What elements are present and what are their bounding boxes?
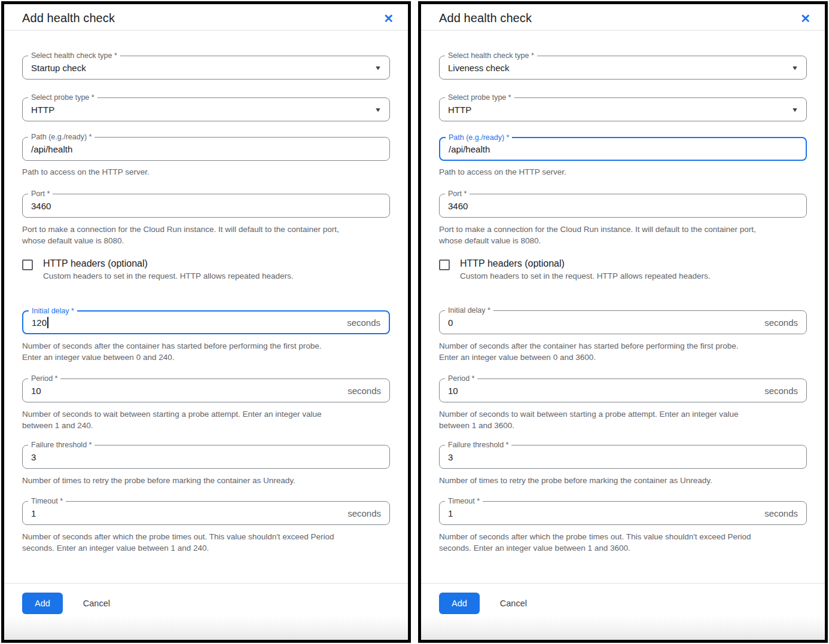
dialog-bottom-shade <box>4 616 408 640</box>
field-label: Period * <box>445 374 477 383</box>
dialog-header: Add health check ✕ <box>4 4 408 30</box>
field-value: 3 <box>31 452 36 462</box>
field-label: Initial delay * <box>445 306 493 315</box>
initial-delay-input[interactable]: Initial delay * 120 seconds <box>22 310 390 334</box>
add-health-check-dialog-liveness: Add health check ✕ Select health check t… <box>418 1 828 643</box>
port-helper-text: Port to make a connection for the Cloud … <box>22 224 390 246</box>
period-input[interactable]: Period * 10 seconds <box>439 379 807 402</box>
initial-delay-helper-text: Number of seconds after the container ha… <box>439 340 807 363</box>
http-headers-text: HTTP headers (optional) Custom headers t… <box>460 258 710 282</box>
port-input[interactable]: Port * 3460 <box>439 194 807 218</box>
http-headers-label[interactable]: HTTP headers (optional) <box>43 258 293 269</box>
http-headers-label[interactable]: HTTP headers (optional) <box>460 258 710 269</box>
chevron-down-icon[interactable]: ▼ <box>374 65 382 71</box>
chevron-down-icon[interactable]: ▼ <box>374 106 382 113</box>
seconds-suffix: seconds <box>348 386 381 396</box>
http-headers-description: Custom headers to set in the request. HT… <box>43 271 293 282</box>
field-value: 1 <box>448 508 453 518</box>
seconds-suffix: seconds <box>347 318 380 328</box>
dialog-title: Add health check <box>439 11 532 25</box>
failure-threshold-helper-text: Number of times to retry the probe befor… <box>22 475 390 486</box>
seconds-suffix: seconds <box>764 386 798 396</box>
field-value: 10 <box>448 386 458 396</box>
text-cursor <box>47 317 48 328</box>
dialog-bottom-shade <box>421 616 825 640</box>
field-label: Select probe type * <box>28 93 97 102</box>
timeout-input[interactable]: Timeout * 1 seconds <box>22 501 390 525</box>
field-value: 120 <box>32 318 47 328</box>
dialog-footer: Add Cancel <box>421 583 825 616</box>
dialog-footer: Add Cancel <box>4 583 408 616</box>
close-icon[interactable]: ✕ <box>382 11 395 26</box>
field-value: Startup check <box>31 63 86 73</box>
cancel-button[interactable]: Cancel <box>500 599 527 608</box>
add-health-check-dialog-startup: Add health check ✕ Select health check t… <box>1 1 411 643</box>
http-headers-text: HTTP headers (optional) Custom headers t… <box>43 258 293 282</box>
http-headers-checkbox[interactable] <box>439 260 450 270</box>
chevron-down-icon[interactable]: ▼ <box>791 106 798 113</box>
path-helper-text: Path to access on the HTTP server. <box>439 166 807 178</box>
chevron-down-icon[interactable]: ▼ <box>791 65 798 71</box>
health-check-type-select[interactable]: Select health check type * Liveness chec… <box>439 56 807 80</box>
probe-type-select[interactable]: Select probe type * HTTP ▼ <box>439 97 807 121</box>
field-label: Port * <box>28 189 53 199</box>
http-headers-description: Custom headers to set in the request. HT… <box>460 271 710 282</box>
field-label: Select health check type * <box>28 51 120 60</box>
field-label: Failure threshold * <box>445 440 511 450</box>
field-value: HTTP <box>448 105 471 115</box>
timeout-helper-text: Number of seconds after which the probe … <box>439 531 807 554</box>
field-value: 1 <box>31 508 36 518</box>
failure-threshold-input[interactable]: Failure threshold * 3 <box>22 445 390 469</box>
dialog-body: Select health check type * Liveness chec… <box>421 30 825 583</box>
path-input[interactable]: Path (e.g./ready) * /api/health <box>22 137 390 161</box>
dialog-body: Select health check type * Startup check… <box>4 30 408 583</box>
failure-threshold-helper-text: Number of times to retry the probe befor… <box>439 475 807 486</box>
field-value: /api/health <box>31 144 72 154</box>
period-helper-text: Number of seconds to wait between starti… <box>439 408 807 431</box>
port-input[interactable]: Port * 3460 <box>22 194 390 218</box>
port-helper-text: Port to make a connection for the Cloud … <box>439 224 807 246</box>
http-headers-row: HTTP headers (optional) Custom headers t… <box>439 258 807 282</box>
path-helper-text: Path to access on the HTTP server. <box>22 166 390 178</box>
cancel-button[interactable]: Cancel <box>83 599 110 608</box>
health-check-type-select[interactable]: Select health check type * Startup check… <box>22 56 390 80</box>
field-label: Timeout * <box>28 496 66 506</box>
field-label: Port * <box>445 189 470 199</box>
field-label: Path (e.g./ready) * <box>28 132 95 142</box>
field-label: Path (e.g./ready) * <box>446 133 512 142</box>
period-input[interactable]: Period * 10 seconds <box>22 379 390 402</box>
seconds-suffix: seconds <box>348 508 381 518</box>
seconds-suffix: seconds <box>764 508 798 518</box>
timeout-input[interactable]: Timeout * 1 seconds <box>439 501 807 525</box>
field-label: Period * <box>28 374 60 383</box>
probe-type-select[interactable]: Select probe type * HTTP ▼ <box>22 97 390 121</box>
add-button[interactable]: Add <box>22 593 63 614</box>
field-value: HTTP <box>31 105 54 115</box>
initial-delay-helper-text: Number of seconds after the container ha… <box>22 340 390 363</box>
add-button[interactable]: Add <box>439 593 480 614</box>
field-value: 3460 <box>31 201 51 211</box>
field-value: 3460 <box>448 201 468 211</box>
seconds-suffix: seconds <box>764 318 798 328</box>
failure-threshold-input[interactable]: Failure threshold * 3 <box>439 445 807 469</box>
field-value: 0 <box>448 318 453 328</box>
dialog-header: Add health check ✕ <box>421 4 825 30</box>
field-label: Failure threshold * <box>28 440 95 450</box>
field-label: Select health check type * <box>445 51 537 60</box>
field-label: Select probe type * <box>445 93 514 102</box>
field-value: 10 <box>31 386 41 396</box>
field-label: Timeout * <box>445 496 483 506</box>
http-headers-checkbox[interactable] <box>22 260 33 270</box>
timeout-helper-text: Number of seconds after which the probe … <box>22 531 390 554</box>
field-label: Initial delay * <box>29 306 77 316</box>
http-headers-row: HTTP headers (optional) Custom headers t… <box>22 258 390 282</box>
dialog-title: Add health check <box>22 11 115 25</box>
path-input[interactable]: Path (e.g./ready) * /api/health <box>439 137 807 161</box>
close-icon[interactable]: ✕ <box>799 11 812 26</box>
field-value: /api/health <box>449 144 490 154</box>
field-value: Liveness check <box>448 63 510 73</box>
period-helper-text: Number of seconds to wait between starti… <box>22 408 390 431</box>
initial-delay-input[interactable]: Initial delay * 0 seconds <box>439 310 807 334</box>
field-value: 3 <box>448 452 453 462</box>
